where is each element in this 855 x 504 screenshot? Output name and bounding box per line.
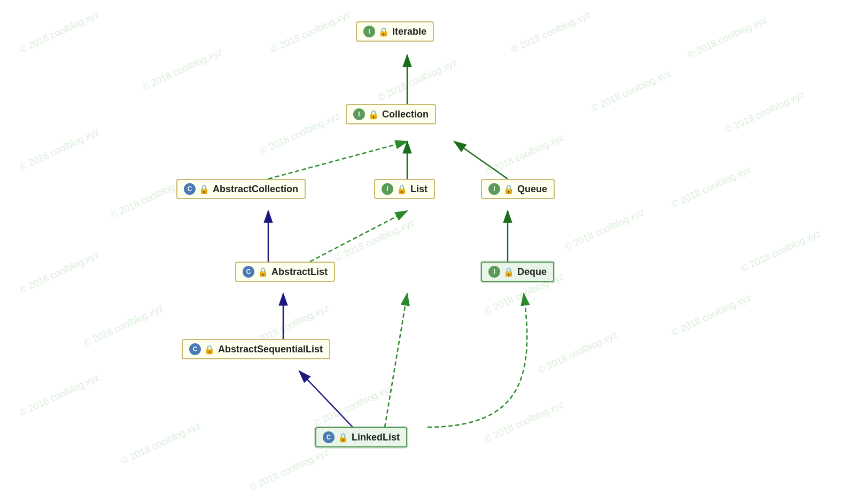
linked-list-lock-icon: 🔒 (338, 432, 348, 443)
list-node[interactable]: I 🔒 List (374, 179, 435, 199)
deque-label: Deque (517, 266, 547, 278)
list-lock-icon: 🔒 (397, 184, 407, 194)
iterable-node[interactable]: I 🔒 Iterable (356, 21, 434, 42)
collection-label: Collection (382, 109, 429, 120)
collection-lock-icon: 🔒 (368, 109, 379, 120)
iterable-label: Iterable (392, 26, 426, 37)
abstract-list-node[interactable]: C 🔒 AbstractList (235, 262, 335, 282)
collection-node[interactable]: I 🔒 Collection (346, 104, 436, 124)
collection-badge: I (353, 108, 365, 120)
iterable-lock-icon: 🔒 (378, 27, 389, 37)
linked-list-label: LinkedList (352, 432, 400, 443)
queue-node[interactable]: I 🔒 Queue (481, 179, 555, 199)
linked-list-badge: C (323, 431, 335, 443)
queue-badge: I (488, 183, 500, 195)
abstract-list-badge: C (243, 266, 254, 278)
abstract-collection-label: AbstractCollection (213, 184, 298, 195)
abstract-sequential-list-lock-icon: 🔒 (204, 344, 215, 355)
linked-list-node[interactable]: C 🔒 LinkedList (315, 427, 407, 447)
abstract-sequential-list-badge: C (189, 343, 201, 355)
abstract-collection-node[interactable]: C 🔒 AbstractCollection (176, 179, 306, 199)
deque-badge: I (488, 266, 500, 278)
deque-lock-icon: 🔒 (503, 267, 514, 277)
list-label: List (410, 184, 428, 195)
abstract-list-lock-icon: 🔒 (258, 267, 268, 277)
abstract-sequential-list-label: AbstractSequentialList (218, 344, 323, 355)
abstract-list-label: AbstractList (271, 266, 328, 278)
abstract-sequential-list-node[interactable]: C 🔒 AbstractSequentialList (182, 339, 330, 359)
deque-node[interactable]: I 🔒 Deque (481, 262, 554, 282)
abstract-collection-lock-icon: 🔒 (199, 184, 209, 194)
list-badge: I (382, 183, 393, 195)
queue-lock-icon: 🔒 (503, 184, 514, 194)
abstract-collection-badge: C (184, 183, 196, 195)
iterable-badge: I (363, 26, 375, 37)
queue-label: Queue (517, 184, 547, 195)
